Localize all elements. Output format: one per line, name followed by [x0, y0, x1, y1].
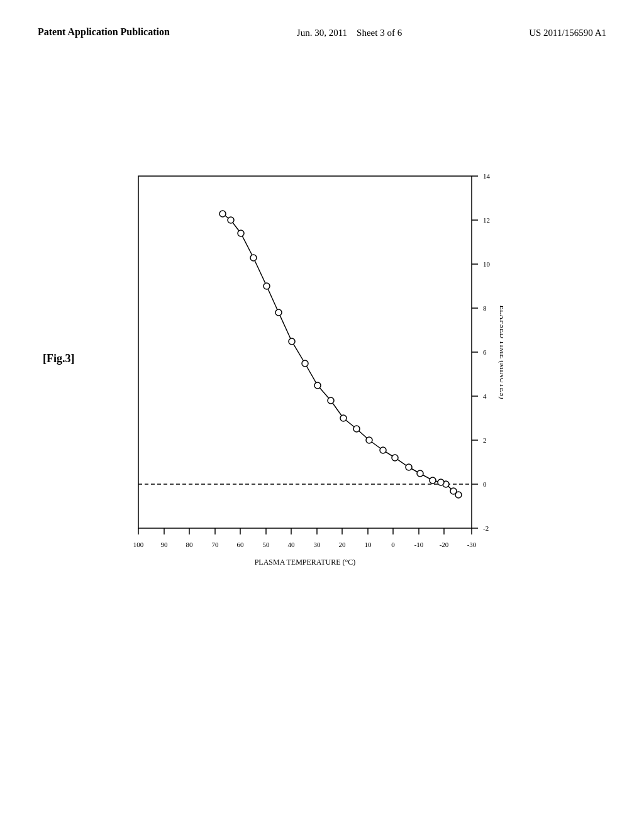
- publication-title: Patent Application Publication: [38, 25, 170, 39]
- svg-point-62: [340, 415, 347, 421]
- svg-point-58: [392, 455, 398, 461]
- svg-text:20: 20: [339, 541, 347, 548]
- svg-point-70: [238, 230, 244, 236]
- svg-text:90: 90: [161, 541, 169, 548]
- svg-text:12: 12: [483, 216, 490, 224]
- svg-point-61: [353, 426, 360, 432]
- svg-text:-30: -30: [467, 541, 477, 548]
- chart-svg: 100 90 80 70 60 50 40 30 20 10 0 -10 -20…: [101, 163, 503, 566]
- svg-point-63: [328, 397, 334, 404]
- svg-point-72: [219, 211, 226, 217]
- svg-text:8: 8: [483, 304, 487, 312]
- svg-text:PLASMA TEMPERATURE (°C): PLASMA TEMPERATURE (°C): [255, 558, 356, 566]
- svg-text:2: 2: [483, 436, 487, 444]
- svg-text:-20: -20: [440, 541, 449, 548]
- page-header: Patent Application Publication Jun. 30, …: [0, 0, 644, 40]
- svg-text:4: 4: [483, 392, 487, 400]
- svg-point-52: [450, 488, 457, 494]
- svg-point-67: [275, 309, 282, 316]
- svg-point-71: [228, 217, 234, 223]
- figure-label: [Fig.3]: [43, 352, 74, 365]
- svg-text:0: 0: [391, 541, 395, 548]
- sheet-info: Sheet 3 of 6: [357, 28, 402, 38]
- svg-point-56: [417, 470, 423, 477]
- svg-point-65: [302, 360, 308, 367]
- chart-container: 100 90 80 70 60 50 40 30 20 10 0 -10 -20…: [101, 163, 541, 604]
- svg-text:30: 30: [314, 541, 321, 548]
- svg-text:14: 14: [483, 172, 491, 180]
- svg-point-69: [250, 255, 257, 261]
- svg-point-55: [430, 477, 436, 484]
- svg-text:70: 70: [212, 541, 219, 548]
- svg-text:6: 6: [483, 348, 487, 356]
- svg-text:-10: -10: [414, 541, 424, 548]
- svg-point-59: [380, 447, 386, 453]
- svg-point-54: [438, 479, 444, 485]
- chart-area: 100 90 80 70 60 50 40 30 20 10 0 -10 -20…: [101, 163, 541, 604]
- svg-text:80: 80: [186, 541, 194, 548]
- svg-text:-2: -2: [483, 524, 489, 532]
- svg-text:10: 10: [365, 541, 372, 548]
- svg-text:100: 100: [133, 541, 144, 548]
- patent-number: US 2011/156590 A1: [529, 25, 606, 40]
- svg-point-57: [406, 464, 412, 470]
- publication-date: Jun. 30, 2011: [297, 28, 347, 38]
- svg-point-60: [366, 437, 372, 443]
- publication-date-sheet: Jun. 30, 2011 Sheet 3 of 6: [297, 25, 402, 40]
- svg-point-68: [264, 283, 270, 289]
- svg-text:10: 10: [483, 260, 491, 268]
- svg-text:60: 60: [237, 541, 245, 548]
- svg-text:40: 40: [288, 541, 296, 548]
- svg-point-64: [314, 382, 321, 389]
- svg-text:ELAPSED TIME (MINUTES): ELAPSED TIME (MINUTES): [498, 305, 503, 399]
- svg-text:0: 0: [483, 480, 487, 488]
- svg-text:50: 50: [263, 541, 270, 548]
- svg-point-66: [289, 338, 295, 345]
